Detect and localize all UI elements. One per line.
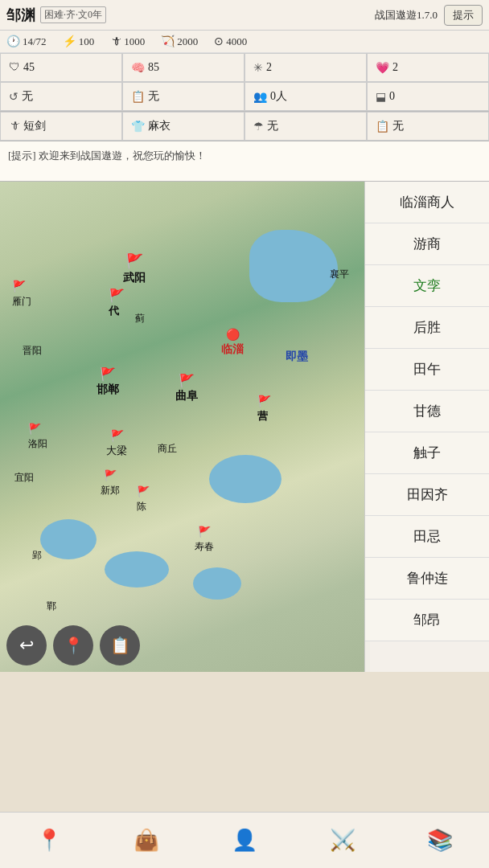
city-wuyang[interactable]: 🚩 武阳 — [123, 252, 146, 285]
locate-button[interactable]: 📍 — [53, 625, 93, 665]
city-daliang[interactable]: 🚩 大梁 — [106, 429, 127, 458]
character-tab-icon: 👤 — [232, 828, 257, 853]
city-ying[interactable]: 🚩 营 — [257, 395, 271, 424]
time-icon: 🕐 — [6, 35, 20, 48]
main-area: 🚩 武阳 🚩 代 🚩 雁门 晋阳 🚩 邯郸 — [0, 182, 489, 672]
attr-followers: 👥 0人 — [244, 82, 367, 111]
back-button[interactable]: ↩ — [6, 625, 47, 665]
water-lake4 — [193, 567, 241, 600]
attr-skill2: 📋 无 — [122, 82, 244, 111]
city-dai[interactable]: 🚩 代 — [109, 288, 125, 318]
side-item-tian-ji[interactable]: 田忌 — [365, 516, 489, 558]
side-item-you-shang[interactable]: 游商 — [365, 223, 489, 265]
city-ji[interactable]: 蓟 — [135, 310, 145, 326]
attr-star: ✳ 2 — [244, 53, 367, 82]
side-item-chu-zi[interactable]: 触子 — [365, 432, 489, 474]
tab-combat[interactable]: ⚔️ — [294, 813, 392, 868]
city-xinzheng[interactable]: 🚩 新郑 — [101, 469, 120, 497]
side-item-hou-sheng[interactable]: 后胜 — [365, 307, 489, 349]
equip-armor: 👕 麻衣 — [122, 112, 244, 141]
attr-intelligence: 🧠 85 — [122, 53, 244, 82]
tab-character[interactable]: 👤 — [195, 813, 294, 868]
city-qufu[interactable]: 🚩 曲阜 — [175, 373, 198, 403]
game-title-area: 战国遨遊1.7.0 提示 — [375, 5, 483, 26]
tab-other[interactable]: 📚 — [391, 813, 489, 868]
side-item-zou-ang[interactable]: 邹昂 — [365, 600, 489, 641]
stat4-icon: 🏹 — [161, 35, 175, 48]
side-panel: 临淄商人 游商 文孪 后胜 田午 甘德 触子 田因齐 田忌 鲁仲连 邹昂 — [364, 182, 489, 672]
stat-5: ⊙ 4000 — [214, 35, 247, 48]
attributes-grid: 🛡 45 🧠 85 ✳ 2 💗 2 ↺ 无 📋 无 👥 0人 ⬓ 0 — [0, 53, 489, 112]
stat3-icon: 🗡 — [110, 35, 121, 48]
inventory-tab-icon: 👜 — [134, 828, 159, 853]
task-button[interactable]: 📋 — [100, 625, 140, 665]
city-jimo[interactable]: 即墨 — [286, 349, 308, 364]
city-luoyang[interactable]: 🚩 洛阳 — [28, 423, 47, 451]
stat-4: 🏹 2000 — [161, 35, 198, 48]
stats-row: 🕐 14/72 ⚡ 100 🗡 1000 🏹 2000 ⊙ 4000 — [0, 31, 489, 53]
water-lake3 — [105, 551, 169, 588]
combat-tab-icon: ⚔️ — [330, 828, 355, 853]
stat-3: 🗡 1000 — [110, 35, 145, 48]
city-handan[interactable]: 🚩 邯郸 — [97, 366, 119, 397]
attr-zero: ⬓ 0 — [367, 82, 489, 111]
message-text: [提示] 欢迎来到战国遨遊，祝您玩的愉快！ — [8, 149, 206, 162]
map-container[interactable]: 🚩 武阳 🚩 代 🚩 雁门 晋阳 🚩 邯郸 — [0, 182, 370, 672]
other-tab-icon: 📚 — [427, 828, 453, 853]
stat-time: 🕐 14/72 — [6, 35, 47, 48]
message-area: [提示] 欢迎来到战国遨遊，祝您玩的愉快！ — [0, 141, 489, 182]
map-tab-icon: 📍 — [36, 828, 62, 853]
city-jinyang[interactable]: 晋阳 — [23, 342, 42, 358]
attr-strength: 🛡 45 — [0, 53, 122, 82]
tab-inventory[interactable]: 👜 — [98, 813, 196, 868]
side-item-tian-yin-qi[interactable]: 田因齐 — [365, 474, 489, 516]
city-dan[interactable]: 鄲 — [47, 598, 56, 613]
map-background[interactable]: 🚩 武阳 🚩 代 🚩 雁门 晋阳 🚩 邯郸 — [0, 182, 370, 672]
equip-accessory: ☂ 无 — [244, 112, 367, 141]
top-bar: 邹渊 困难·齐·文0年 战国遨遊1.7.0 提示 — [0, 0, 489, 31]
city-yanmen[interactable]: 🚩 雁门 — [12, 280, 31, 309]
game-title: 战国遨遊1.7.0 — [375, 8, 438, 23]
attr-skill1: ↺ 无 — [0, 82, 122, 111]
map-bottom-buttons: ↩ 📍 📋 — [6, 625, 140, 665]
water-lake2 — [40, 519, 97, 559]
city-chen[interactable]: 🚩 陈 — [137, 485, 150, 514]
stat2-icon: ⚡ — [63, 35, 76, 48]
side-item-tian-wu[interactable]: 田午 — [365, 349, 489, 391]
char-desc: 困难·齐·文0年 — [40, 6, 106, 23]
side-item-wen-luan[interactable]: 文孪 — [365, 265, 489, 307]
equip-weapon: 🗡 短剑 — [0, 112, 122, 141]
side-item-gan-de[interactable]: 甘德 — [365, 391, 489, 432]
hint-button[interactable]: 提示 — [444, 5, 483, 26]
top-bar-left: 邹渊 困难·齐·文0年 — [6, 6, 106, 25]
side-item-linzi-merchant[interactable]: 临淄商人 — [365, 182, 489, 223]
water-lake1 — [209, 455, 281, 503]
side-item-lu-zhong-lian[interactable]: 鲁仲连 — [365, 558, 489, 600]
char-name: 邹渊 — [6, 6, 35, 25]
stat-2: ⚡ 100 — [63, 35, 95, 48]
stat5-icon: ⊙ — [214, 35, 224, 48]
bottom-tab-bar: 📍 👜 👤 ⚔️ 📚 — [0, 812, 489, 868]
city-xiangping[interactable]: 襄平 — [330, 266, 349, 281]
city-linzi[interactable]: 🔴 临淄 — [221, 328, 244, 357]
city-shangqiu[interactable]: 商丘 — [158, 440, 177, 456]
equipment-row: 🗡 短剑 👕 麻衣 ☂ 无 📋 无 — [0, 112, 489, 141]
city-shouchun[interactable]: 🚩 寿春 — [195, 526, 214, 554]
equip-other: 📋 无 — [367, 112, 489, 141]
city-yiyang[interactable]: 宜阳 — [14, 469, 34, 485]
city-ying2[interactable]: 郢 — [32, 547, 42, 563]
tab-map[interactable]: 📍 — [0, 813, 98, 868]
water-bohai — [249, 230, 338, 302]
attr-heart: 💗 2 — [367, 53, 489, 82]
